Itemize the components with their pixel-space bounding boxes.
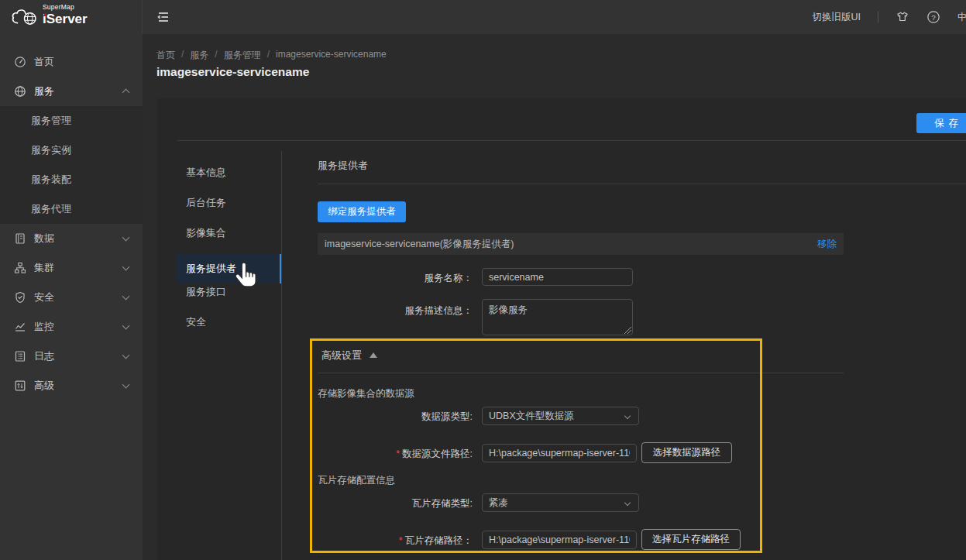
- sidebar-item-label: 服务: [34, 84, 54, 98]
- collapse-triangle-icon: [370, 352, 377, 358]
- menu-fold-icon[interactable]: [155, 9, 172, 26]
- section-divider: [318, 184, 966, 184]
- sidebar: 首页 服务 服务管理 服务实例 服务装配 服务代理 数据: [0, 34, 143, 560]
- tab-service-interface[interactable]: 服务接口: [176, 285, 281, 299]
- chevron-down-icon: [122, 293, 130, 301]
- datasource-path-input[interactable]: [482, 444, 637, 462]
- datasource-type-select[interactable]: UDBX文件型数据源: [482, 407, 639, 425]
- datasource-path-label: *数据源文件路径:: [318, 448, 473, 461]
- advanced-settings-icon: [14, 380, 26, 392]
- brand-product: iServer: [43, 12, 88, 26]
- toolbar-divider: [177, 140, 966, 141]
- sidebar-item-label: 安全: [34, 290, 54, 304]
- tile-type-label: 瓦片存储类型:: [318, 497, 473, 510]
- chevron-down-icon: [122, 322, 130, 330]
- dashboard-icon: [14, 56, 26, 68]
- theme-tshirt-icon[interactable]: [896, 10, 909, 24]
- breadcrumb-separator: /: [215, 49, 217, 62]
- tab-image-collection[interactable]: 影像集合: [176, 226, 281, 240]
- bound-provider-name: imageservice-servicename(影像服务提供者): [318, 238, 514, 251]
- service-desc-label: 服务描述信息：: [318, 304, 473, 318]
- log-list-icon: [14, 350, 26, 362]
- datasource-group-label: 存储影像集合的数据源: [318, 387, 414, 400]
- service-name-label: 服务名称：: [318, 272, 473, 285]
- globe-icon: [14, 85, 26, 98]
- tile-path-input[interactable]: [482, 531, 637, 549]
- sidebar-item-home[interactable]: 首页: [0, 47, 143, 77]
- remove-provider-link[interactable]: 移除: [817, 238, 844, 251]
- breadcrumb-service-management[interactable]: 服务管理: [224, 49, 261, 62]
- topbar-right-group: 切换旧版UI ? 中文: [813, 0, 966, 34]
- advanced-settings-toggle[interactable]: 高级设置: [321, 349, 377, 362]
- app-window: SuperMap iServer 切换旧版UI ? 中文: [0, 0, 966, 560]
- chevron-up-icon: [122, 89, 130, 97]
- chevron-down-icon: [122, 234, 130, 242]
- breadcrumb-separator: /: [181, 49, 184, 62]
- tile-type-value: 紧凑: [489, 496, 508, 510]
- sidebar-item-services[interactable]: 服务: [0, 77, 143, 106]
- sidebar-item-label: 日志: [34, 349, 54, 363]
- breadcrumb-current: imageservice-servicename: [276, 49, 387, 62]
- brand-superscript: SuperMap: [43, 4, 88, 11]
- tabs-divider: [281, 151, 282, 560]
- chevron-down-icon: [624, 413, 631, 419]
- chevron-down-icon: [122, 263, 130, 271]
- breadcrumb-home[interactable]: 首页: [156, 49, 175, 62]
- sidebar-item-advanced[interactable]: 高级: [0, 371, 143, 400]
- chevron-down-icon: [624, 500, 631, 506]
- monitor-chart-icon: [14, 321, 26, 333]
- sidebar-item-label: 首页: [34, 55, 54, 69]
- tab-background-tasks[interactable]: 后台任务: [176, 196, 281, 210]
- chevron-down-icon: [122, 352, 130, 359]
- sidebar-item-service-assembly[interactable]: 服务装配: [0, 165, 143, 194]
- cluster-icon: [14, 262, 26, 274]
- sidebar-item-label: 集群: [34, 261, 54, 275]
- data-document-icon: [14, 232, 26, 245]
- sidebar-item-label: 监控: [34, 320, 54, 334]
- service-desc-textarea[interactable]: [482, 299, 633, 335]
- sidebar-item-cluster[interactable]: 集群: [0, 253, 143, 283]
- sidebar-item-log[interactable]: 日志: [0, 342, 143, 371]
- choose-tile-path-button[interactable]: 选择瓦片存储路径: [641, 529, 741, 550]
- sidebar-item-monitor[interactable]: 监控: [0, 312, 143, 342]
- bind-provider-button[interactable]: 绑定服务提供者: [318, 201, 406, 222]
- main-content: 首页 / 服务 / 服务管理 / imageservice-servicenam…: [143, 34, 966, 560]
- sidebar-item-service-management[interactable]: 服务管理: [0, 106, 143, 136]
- tab-service-provider[interactable]: 服务提供者: [176, 262, 281, 276]
- breadcrumb: 首页 / 服务 / 服务管理 / imageservice-servicenam…: [156, 49, 387, 62]
- cloud-globe-logo-icon: [9, 6, 42, 28]
- section-title-service-provider: 服务提供者: [318, 159, 368, 173]
- svg-text:?: ?: [931, 13, 936, 22]
- service-name-input[interactable]: [482, 268, 633, 286]
- sidebar-item-label: 高级: [34, 379, 54, 393]
- datasource-type-value: UDBX文件型数据源: [489, 410, 574, 423]
- breadcrumb-services[interactable]: 服务: [190, 49, 208, 62]
- topbar-divider: [878, 12, 878, 22]
- tile-type-select[interactable]: 紧凑: [482, 493, 639, 512]
- sidebar-item-service-proxy[interactable]: 服务代理: [0, 194, 143, 224]
- help-icon[interactable]: ?: [926, 10, 940, 24]
- advanced-divider: [318, 373, 844, 373]
- service-edit-panel: 保 存 基本信息 后台任务 影像集合 服务提供者 服务接口 安全 服务提供者 绑…: [157, 98, 966, 560]
- switch-old-ui-link[interactable]: 切换旧版UI: [813, 11, 861, 24]
- sidebar-item-security[interactable]: 安全: [0, 283, 143, 312]
- tab-security[interactable]: 安全: [176, 315, 281, 329]
- save-button[interactable]: 保 存: [916, 113, 966, 133]
- breadcrumb-separator: /: [267, 49, 270, 62]
- bound-provider-row: imageservice-servicename(影像服务提供者) 移除: [318, 233, 844, 255]
- sidebar-item-label: 数据: [34, 232, 54, 246]
- tab-basic-info[interactable]: 基本信息: [176, 166, 281, 180]
- top-header: SuperMap iServer 切换旧版UI ? 中文: [0, 0, 966, 34]
- brand-red-dot: [44, 13, 47, 16]
- language-switcher[interactable]: 中文: [957, 11, 966, 24]
- sidebar-item-data[interactable]: 数据: [0, 224, 143, 253]
- datasource-type-label: 数据源类型:: [318, 411, 473, 424]
- chevron-down-icon: [122, 381, 130, 389]
- choose-datasource-path-button[interactable]: 选择数据源路径: [641, 442, 732, 463]
- brand-logo: SuperMap iServer: [0, 0, 143, 34]
- sidebar-item-service-instances[interactable]: 服务实例: [0, 136, 143, 165]
- shield-check-icon: [14, 291, 26, 304]
- tile-path-label: *瓦片存储路径：: [318, 534, 473, 548]
- sidebar-services-submenu: 服务管理 服务实例 服务装配 服务代理: [0, 106, 143, 224]
- tile-group-label: 瓦片存储配置信息: [318, 474, 395, 487]
